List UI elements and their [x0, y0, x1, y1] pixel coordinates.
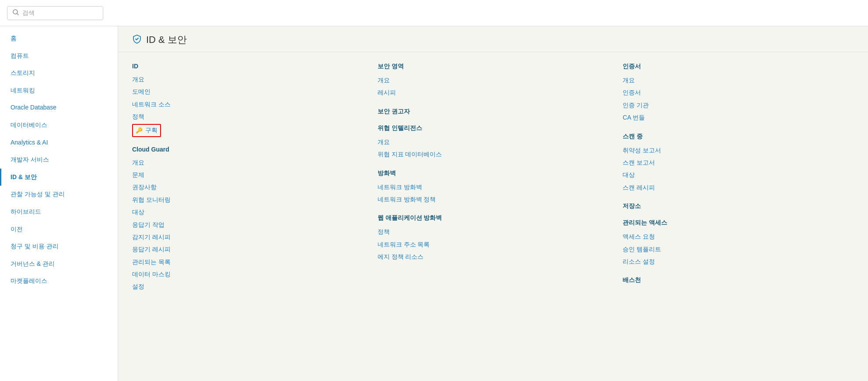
sidebar-item-home[interactable]: 홈 [0, 30, 118, 47]
link-cg-targets[interactable]: 대상 [132, 206, 364, 218]
svg-line-1 [17, 14, 18, 15]
link-cg-threat-monitoring[interactable]: 위협 모니터링 [132, 194, 364, 206]
search-icon [13, 9, 19, 17]
section-header-firewall: 방화벽 [378, 169, 609, 177]
sidebar: 홈 컴퓨트 스토리지 네트워킹 Oracle Database 데이터베이스 A… [0, 26, 118, 381]
link-scan-targets[interactable]: 대상 [623, 169, 854, 181]
link-cert-ca-bundles[interactable]: CA 번들 [623, 111, 854, 123]
link-cg-responder-recipes[interactable]: 응답기 레시피 [132, 243, 364, 255]
link-scan-recipe[interactable]: 스캔 레시피 [623, 181, 854, 194]
sidebar-item-hybrid[interactable]: 하이브리드 [0, 203, 118, 221]
section-header-security-zones: 보안 영역 [378, 63, 609, 71]
sidebar-item-marketplace[interactable]: 마켓플레이스 [0, 272, 118, 290]
link-id-domain[interactable]: 도메인 [132, 85, 364, 98]
link-cg-detector-recipes[interactable]: 감지기 레시피 [132, 231, 364, 243]
section-header-scanning: 스캔 중 [623, 133, 854, 141]
search-box[interactable]: 검색 [7, 6, 103, 20]
link-cert-certificates[interactable]: 인증서 [623, 86, 854, 99]
sidebar-item-billing[interactable]: 청구 및 비용 관리 [0, 238, 118, 255]
link-cert-ca[interactable]: 인증 기관 [623, 99, 854, 111]
link-ma-resource-settings[interactable]: 리소스 설정 [623, 255, 854, 268]
link-waf-network-address-list[interactable]: 네트워크 주소 목록 [378, 238, 609, 250]
link-cg-managed-list[interactable]: 관리되는 목록 [132, 256, 364, 268]
link-cg-problems[interactable]: 문제 [132, 169, 364, 181]
section-header-storage: 저장소 [623, 202, 854, 210]
search-placeholder: 검색 [22, 9, 35, 17]
page-title: ID & 보안 [146, 33, 187, 46]
content-columns: ID 개요 도메인 네트워크 소스 정책 🔑 구획 Cloud Guard 개요… [118, 52, 868, 303]
sidebar-item-networking[interactable]: 네트워킹 [0, 82, 118, 99]
link-cg-settings[interactable]: 설정 [132, 280, 364, 293]
link-fw-network-firewall-policy[interactable]: 네트워크 방화벽 정책 [378, 193, 609, 205]
sidebar-item-storage[interactable]: 스토리지 [0, 64, 118, 82]
sidebar-item-id-security[interactable]: ID & 보안 [0, 169, 118, 186]
section-header-id: ID [132, 63, 364, 70]
sidebar-item-database[interactable]: 데이터베이스 [0, 116, 118, 134]
link-id-policy[interactable]: 정책 [132, 110, 364, 123]
link-scan-report[interactable]: 스캔 보고서 [623, 156, 854, 169]
column-2: 보안 영역 개요 레시피 보안 권고자 위협 인텔리전스 개요 위협 지표 데이… [378, 63, 623, 293]
section-header-cloud-guard: Cloud Guard [132, 146, 364, 153]
link-sz-overview[interactable]: 개요 [378, 74, 609, 86]
section-header-waf: 웹 애플리케이션 방화벽 [378, 214, 609, 222]
section-header-certificates: 인증서 [623, 63, 854, 71]
link-scan-vulnerability[interactable]: 취약성 보고서 [623, 144, 854, 156]
link-waf-policy[interactable]: 정책 [378, 226, 609, 238]
link-ti-threat-indicator[interactable]: 위협 지표 데이터베이스 [378, 148, 609, 160]
link-fw-network-firewall[interactable]: 네트워크 방화벽 [378, 181, 609, 193]
sidebar-item-developer-services[interactable]: 개발자 서비스 [0, 151, 118, 169]
link-sz-recipe[interactable]: 레시피 [378, 86, 609, 99]
section-header-managed-access: 관리되는 액세스 [623, 219, 854, 227]
top-header: 검색 [0, 0, 868, 26]
subscription-icon: 🔑 [136, 127, 143, 134]
section-header-security-advisor: 보안 권고자 [378, 108, 609, 116]
column-3: 인증서 개요 인증서 인증 기관 CA 번들 스캔 중 취약성 보고서 스캔 보… [623, 63, 854, 293]
shield-icon [132, 34, 142, 46]
sidebar-item-compute[interactable]: 컴퓨트 [0, 47, 118, 65]
link-ti-overview[interactable]: 개요 [378, 136, 609, 148]
section-header-threat-intel: 위협 인텔리전스 [378, 124, 609, 132]
subscription-label: 구획 [145, 127, 158, 134]
link-id-network-source[interactable]: 네트워크 소스 [132, 98, 364, 110]
sidebar-item-previous[interactable]: 이전 [0, 221, 118, 238]
link-ma-access-request[interactable]: 액세스 요청 [623, 230, 854, 243]
link-id-overview[interactable]: 개요 [132, 73, 364, 85]
content-area: ID & 보안 ID 개요 도메인 네트워크 소스 정책 🔑 구획 Cloud … [118, 26, 868, 381]
link-cg-overview[interactable]: 개요 [132, 156, 364, 169]
link-cg-responder-jobs[interactable]: 응답기 작업 [132, 219, 364, 231]
sidebar-item-observability[interactable]: 관찰 가능성 및 관리 [0, 186, 118, 203]
main-layout: 홈 컴퓨트 스토리지 네트워킹 Oracle Database 데이터베이스 A… [0, 26, 868, 381]
column-1: ID 개요 도메인 네트워크 소스 정책 🔑 구획 Cloud Guard 개요… [132, 63, 378, 293]
sidebar-item-analytics-ai[interactable]: Analytics & AI [0, 134, 118, 152]
page-title-bar: ID & 보안 [118, 26, 868, 52]
link-cert-overview[interactable]: 개요 [623, 74, 854, 86]
link-cg-data-masking[interactable]: 데이터 마스킹 [132, 268, 364, 280]
link-cg-recommendations[interactable]: 권장사항 [132, 181, 364, 193]
sidebar-item-governance[interactable]: 거버넌스 & 관리 [0, 255, 118, 273]
link-ma-approval-template[interactable]: 승인 템플리트 [623, 243, 854, 255]
link-waf-edge-policy[interactable]: 에지 정책 리소스 [378, 250, 609, 263]
sidebar-item-oracle-database[interactable]: Oracle Database [0, 99, 118, 116]
subscription-item[interactable]: 🔑 구획 [132, 124, 161, 137]
section-header-bastion: 배스천 [623, 276, 854, 284]
